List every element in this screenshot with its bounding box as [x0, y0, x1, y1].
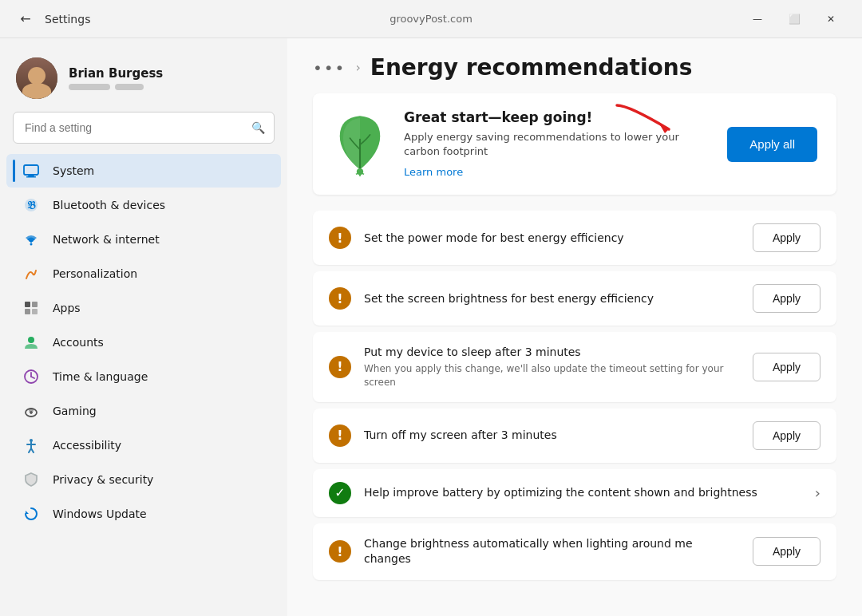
rec-action-1: Apply: [753, 284, 820, 313]
rec-item-power-mode: ! Set the power mode for best energy eff…: [313, 211, 836, 265]
rec-subtitle-2: When you apply this change, we'll also u…: [364, 362, 740, 389]
rec-text-5: Change brightness automatically when lig…: [364, 536, 740, 567]
system-icon: [22, 162, 40, 180]
rec-item-screen-off: ! Turn off my screen after 3 minutes App…: [313, 409, 836, 463]
warning-icon-1: !: [329, 287, 351, 310]
sidebar-label-personalization: Personalization: [53, 267, 137, 280]
apply-button-5[interactable]: Apply: [753, 537, 820, 566]
user-bar-1: [69, 84, 110, 90]
sidebar-item-apps[interactable]: Apps: [6, 291, 281, 325]
minimize-button[interactable]: —: [739, 6, 776, 32]
sidebar-label-accounts: Accounts: [53, 336, 104, 349]
network-icon: [22, 231, 40, 248]
rec-text-3: Turn off my screen after 3 minutes: [364, 428, 740, 444]
rec-item-sleep: ! Put my device to sleep after 3 minutes…: [313, 332, 836, 401]
rec-action-4: ›: [815, 484, 820, 501]
sidebar-item-update[interactable]: Windows Update: [6, 497, 281, 531]
sidebar-label-system: System: [53, 164, 94, 177]
accounts-icon: [22, 334, 40, 351]
sidebar-item-network[interactable]: Network & internet: [6, 223, 281, 256]
recommendations-list: ! Set the power mode for best energy eff…: [313, 211, 836, 579]
success-icon-4: ✓: [329, 482, 351, 504]
search-icon: 🔍: [251, 121, 265, 134]
sidebar-item-personalization[interactable]: Personalization: [6, 257, 281, 290]
main-content: ••• › Energy recommendations: [287, 38, 862, 616]
sidebar-item-accounts[interactable]: Accounts: [6, 326, 281, 359]
sidebar-label-privacy: Privacy & security: [53, 473, 153, 486]
time-icon: [22, 368, 40, 385]
svg-rect-8: [25, 309, 30, 314]
rec-item-brightness: ! Set the screen brightness for best ene…: [313, 271, 836, 326]
warning-icon-5: !: [329, 540, 351, 563]
user-info: Brian Burgess: [69, 66, 271, 90]
svg-line-13: [31, 377, 34, 378]
rec-item-battery[interactable]: ✓ Help improve battery by optimizing the…: [313, 469, 836, 517]
sidebar-label-accessibility: Accessibility: [53, 439, 121, 452]
promo-banner: Great start—keep going! Apply energy sav…: [313, 93, 836, 195]
app-body: Brian Burgess 🔍: [0, 38, 862, 616]
update-icon: [22, 505, 40, 523]
breadcrumb-dots: •••: [313, 58, 346, 77]
app-title: Settings: [45, 13, 90, 26]
sidebar-label-update: Windows Update: [53, 507, 147, 520]
avatar: [16, 57, 57, 99]
privacy-icon: [22, 471, 40, 488]
back-button[interactable]: ←: [13, 6, 38, 32]
apply-button-0[interactable]: Apply: [753, 223, 820, 252]
apps-icon: [22, 299, 40, 317]
nav-list: System 𝔅 Bluetooth & devices: [0, 153, 287, 616]
window-controls: — ⬜ ✕: [739, 6, 849, 32]
search-input[interactable]: [13, 112, 275, 144]
sidebar: Brian Burgess 🔍: [0, 38, 287, 616]
apply-button-3[interactable]: Apply: [753, 421, 820, 450]
rec-action-0: Apply: [753, 223, 820, 252]
chevron-right-icon: ›: [815, 484, 820, 501]
rec-action-5: Apply: [753, 537, 820, 566]
svg-rect-0: [24, 165, 38, 175]
svg-rect-9: [32, 309, 38, 314]
rec-text-1: Set the screen brightness for best energ…: [364, 291, 740, 307]
breadcrumb-sep: ›: [355, 60, 360, 75]
leaf-icon: [332, 113, 388, 176]
svg-rect-6: [25, 302, 30, 307]
sidebar-item-bluetooth[interactable]: 𝔅 Bluetooth & devices: [6, 188, 281, 222]
rec-text-0: Set the power mode for best energy effic…: [364, 231, 740, 247]
sidebar-item-system[interactable]: System: [6, 154, 281, 188]
bluetooth-icon: 𝔅: [22, 196, 40, 214]
sidebar-label-bluetooth: Bluetooth & devices: [53, 199, 165, 211]
close-button[interactable]: ✕: [813, 6, 849, 32]
rec-title-2: Put my device to sleep after 3 minutes: [364, 345, 740, 361]
rec-title-4: Help improve battery by optimizing the c…: [364, 485, 802, 501]
rec-title-5: Change brightness automatically when lig…: [364, 536, 740, 567]
sidebar-label-time: Time & language: [53, 370, 148, 383]
apply-all-button[interactable]: Apply all: [727, 127, 817, 162]
personalization-icon: [22, 265, 40, 282]
learn-more-link[interactable]: Learn more: [404, 166, 463, 178]
rec-text-4: Help improve battery by optimizing the c…: [364, 485, 802, 501]
rec-item-auto-brightness: ! Change brightness automatically when l…: [313, 523, 836, 580]
rec-action-2: Apply: [753, 353, 820, 381]
titlebar-url: groovyPost.com: [389, 13, 473, 25]
search-box: 🔍: [13, 112, 275, 144]
restore-button[interactable]: ⬜: [776, 6, 813, 32]
gaming-icon: [22, 402, 40, 420]
user-bar-2: [115, 84, 144, 90]
sidebar-item-privacy[interactable]: Privacy & security: [6, 463, 281, 496]
accessibility-icon: [22, 436, 40, 454]
rec-title-3: Turn off my screen after 3 minutes: [364, 428, 740, 444]
svg-marker-23: [26, 511, 29, 514]
svg-point-5: [30, 243, 33, 246]
user-profile: Brian Burgess: [0, 51, 287, 112]
user-name: Brian Burgess: [69, 66, 271, 81]
apply-button-1[interactable]: Apply: [753, 284, 820, 313]
apply-button-2[interactable]: Apply: [753, 353, 820, 381]
red-arrow: [613, 101, 685, 148]
svg-rect-7: [32, 302, 38, 307]
warning-icon-2: !: [329, 356, 351, 378]
user-bars: [69, 84, 271, 90]
svg-line-22: [31, 448, 34, 452]
svg-rect-1: [28, 175, 34, 176]
sidebar-item-time[interactable]: Time & language: [6, 360, 281, 393]
sidebar-item-gaming[interactable]: Gaming: [6, 394, 281, 428]
sidebar-item-accessibility[interactable]: Accessibility: [6, 428, 281, 462]
